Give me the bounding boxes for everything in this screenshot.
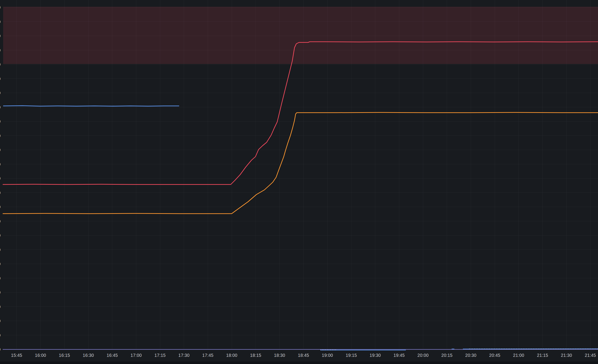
x-axis-label: 18:15 [243, 353, 268, 358]
y-axis-label-cropped: 0 [0, 191, 0, 195]
y-axis-label-cropped: 0 [0, 91, 0, 95]
x-axis-label: 20:00 [411, 353, 435, 358]
x-axis-label: 21:00 [507, 353, 531, 358]
y-axis-label-cropped: 0 [0, 134, 0, 138]
x-axis-label: 18:00 [220, 353, 244, 358]
y-axis-label-cropped: 0 [0, 319, 0, 323]
y-axis-label-cropped: 0 [0, 177, 0, 181]
x-axis-label: 16:45 [100, 353, 125, 358]
y-axis-label-cropped: 0 [0, 305, 0, 309]
x-axis-label: 21:15 [530, 353, 555, 358]
x-axis-label: 16:30 [76, 353, 101, 358]
y-axis-label-cropped: 0 [0, 20, 0, 24]
x-axis-label: 17:00 [124, 353, 149, 358]
y-axis-label-cropped: 0 [0, 106, 0, 109]
y-axis-label-cropped: 0 [0, 77, 0, 81]
x-axis-label: 17:30 [172, 353, 196, 358]
y-axis-label-cropped: 0 [0, 347, 0, 351]
y-axis-label-cropped: 0 [0, 63, 0, 66]
x-axis-label: 21:45 [578, 353, 598, 358]
panel-bottom-edge [0, 362, 598, 364]
x-axis-label: 20:45 [482, 353, 507, 358]
chart-canvas[interactable] [0, 0, 598, 364]
orange-series-line [3, 112, 598, 214]
x-axis-label: 19:45 [387, 353, 411, 358]
y-axis-label-cropped: 0 [0, 163, 0, 166]
y-axis-label-cropped: 0 [0, 262, 0, 266]
y-axis-label-cropped: 0 [0, 219, 0, 223]
x-axis-label: 19:00 [315, 353, 340, 358]
x-axis-label: 20:30 [459, 353, 483, 358]
y-axis-label-cropped: 0 [0, 234, 0, 237]
x-axis-label: 21:30 [554, 353, 579, 358]
y-axis-label-cropped: 0 [0, 333, 0, 337]
y-axis-label-cropped: 0 [0, 291, 0, 294]
y-axis-label-cropped: 0 [0, 248, 0, 252]
threshold-region [3, 7, 598, 64]
y-axis-label-cropped: 0 [0, 205, 0, 209]
y-axis-label-cropped: 0 [0, 34, 0, 38]
x-axis-label: 19:15 [339, 353, 364, 358]
y-axis-label-cropped: 0 [0, 49, 0, 52]
time-series-panel: 15:4516:0016:1516:3016:4517:0017:1517:30… [0, 0, 598, 364]
x-axis-label: 16:00 [28, 353, 53, 358]
x-axis-label: 19:30 [363, 353, 388, 358]
y-axis-label-cropped: 0 [0, 120, 0, 124]
x-axis-label: 18:45 [291, 353, 316, 358]
x-axis-label: 20:15 [435, 353, 459, 358]
x-axis-label: 15:45 [4, 353, 29, 358]
x-axis-label: 16:15 [52, 353, 77, 358]
x-axis-label: 18:30 [267, 353, 292, 358]
blue-series-line [3, 106, 179, 106]
x-axis-label: 17:15 [148, 353, 172, 358]
y-axis-label-cropped: 0 [0, 148, 0, 152]
x-axis-label: 17:45 [196, 353, 220, 358]
y-axis-label-cropped: 0 [0, 6, 0, 9]
y-axis-label-cropped: 0 [0, 276, 0, 280]
